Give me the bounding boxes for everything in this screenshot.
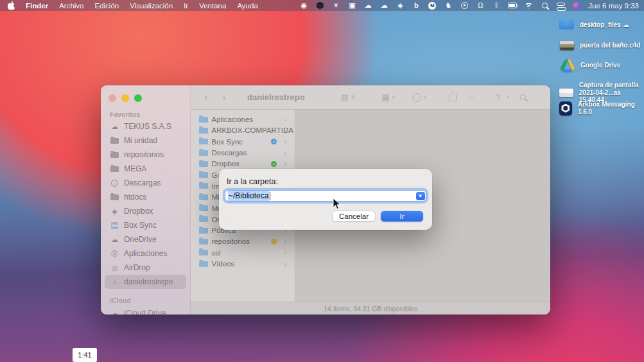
combo-dropdown-button[interactable]: ▼ [416,192,425,200]
search-icon[interactable] [540,1,549,10]
file-row[interactable]: Vídeos› [191,258,295,269]
help-button[interactable]: ?∨ [496,92,510,102]
menu-bar-status-area: ◉ ☀ ▣ ☁ ☁ ◈ b M ♞ Ω ᛒ Jue 6 may 9:33 [299,1,639,10]
control-center-icon[interactable] [556,1,565,10]
menu-item-edicion[interactable]: Edición [95,2,119,10]
bluetooth-icon[interactable]: ᛒ [492,1,501,10]
sidebar-item-box-sync[interactable]: boxBox Sync [105,218,186,232]
menu-bar-clock[interactable]: Jue 6 may 9:33 [588,2,639,10]
sidebar-item-airdrop[interactable]: ◎AirDrop [105,261,186,275]
sync-badge-icon [271,161,277,167]
text-caret [270,192,270,200]
sidebar-item-mi-unidad[interactable]: Mi unidad [105,134,186,148]
folder-icon [199,261,208,267]
sidebar-item-mega[interactable]: MEGA [105,162,186,176]
menu-bar: Finder Archivo Edición Visualización Ir … [0,0,644,11]
box-icon[interactable]: b [412,1,421,10]
forward-button[interactable]: › [218,91,231,104]
sidebar-section-icloud: iCloud [110,297,131,304]
folder-icon [199,172,208,178]
photos-app-icon[interactable]: ▣ [347,1,356,10]
assistant-icon[interactable] [572,1,581,10]
go-button[interactable]: Ir [381,211,423,221]
sidebar-item-onedrive[interactable]: ☁OneDrive [105,232,186,246]
sidebar-item-icloud-drive[interactable]: ☁iCloud Drive [105,306,186,315]
file-row[interactable]: Descargas› [191,147,295,158]
desktop-icon-google-drive[interactable]: Google Drive [561,59,620,72]
menu-item-ventana[interactable]: Ventana [199,2,226,10]
sidebar-item-danielrestrepo[interactable]: ⌂danielrestrepo [105,275,186,289]
status-bar: 14 ítems, 34,31 GB disponibles [191,302,550,315]
screenshot-thumbnail-icon [559,89,573,97]
menu-item-ayuda[interactable]: Ayuda [237,2,257,10]
more-actions-button[interactable]: ···∨ [412,93,427,102]
file-row[interactable]: repositorios› [191,236,295,247]
back-button[interactable]: ‹ [200,91,213,104]
chevron-right-icon: › [284,116,286,123]
file-row[interactable]: Aplicaciones› [191,114,295,125]
file-row[interactable]: ssl› [191,247,295,258]
onedrive-icon[interactable]: ☁ [379,1,388,10]
folder-icon [199,216,208,222]
apple-menu[interactable] [8,1,15,10]
desktop-icon-c4d-file[interactable]: puerta del baño.c4d [560,41,640,50]
desktop-icon-label: Arkbox Messaging 1.6.0 [578,101,644,116]
zoom-button[interactable] [134,94,142,102]
apple-logo-icon [8,1,15,10]
desktop-icon-desktop-files[interactable]: desktop_files ☁ [559,20,629,30]
display-settings-icon[interactable]: ☀ [331,1,340,10]
download-circle-icon: ↓ [110,180,119,187]
wifi-icon[interactable] [524,1,533,10]
chevron-right-icon: › [284,127,286,134]
video-time: 1:41 [78,351,91,359]
sidebar-item-tekus[interactable]: ☁TEKUS S.A.S [105,119,186,134]
headphones-icon[interactable]: Ω [476,1,485,10]
menu-item-ir[interactable]: Ir [184,2,188,10]
sidebar-item-htdocs[interactable]: htdocs [105,190,186,204]
menu-item-visualizacion[interactable]: Visualización [130,2,173,10]
folder-icon [199,183,208,189]
chevron-right-icon: › [284,138,286,145]
play-circle-icon[interactable] [460,1,469,10]
folder-path-input[interactable]: ~/Biblioteca ▼ [225,190,426,202]
dropbox-icon: ◈ [110,207,119,216]
search-button[interactable] [520,94,526,100]
sidebar-item-repositorios[interactable]: repositorios [105,148,186,162]
evernote-icon[interactable]: ♞ [444,1,453,10]
folder-icon [199,117,208,123]
sidebar-item-aplicaciones[interactable]: ⒶAplicaciones [105,246,186,261]
tag-button[interactable]: ♢ [468,92,476,102]
folder-icon [110,152,119,158]
menu-item-archivo[interactable]: Archivo [59,2,83,10]
battery-icon[interactable] [508,1,517,10]
circle-m-icon[interactable]: M [428,1,437,10]
chevron-down-icon: ▼ [418,193,423,199]
sidebar-section-favoritos: Favoritos [110,110,140,118]
sync-badge-icon [271,239,277,245]
question-icon: ? [496,92,500,102]
hexagon-app-icon[interactable] [315,1,324,10]
file-row[interactable]: ARKBOX-COMPARTIDA› [191,125,295,136]
dropbox-icon[interactable]: ◈ [396,1,405,10]
menu-item-finder[interactable]: Finder [26,2,48,10]
file-row[interactable]: Box Sync› [191,136,295,147]
cloud-icon: ☁ [110,123,119,131]
view-columns-button[interactable]: ▥⇅ [341,92,355,102]
file-row[interactable]: Dropbox› [191,159,295,169]
minimize-button[interactable] [121,94,129,102]
cancel-button[interactable]: Cancelar [333,211,375,221]
folder-icon [559,20,574,30]
window-title: danielrestrepo [247,92,305,102]
desktop-icon-arkbox[interactable]: Arkbox Messaging 1.6.0 [559,101,644,116]
desktop-icon-label: puerta del baño.c4d [580,42,640,49]
share-button[interactable] [449,93,457,101]
close-button[interactable] [109,94,116,102]
cloud-app-icon[interactable]: ☁ [363,1,372,10]
sidebar-item-dropbox[interactable]: ◈Dropbox [105,204,186,218]
group-by-button[interactable]: ▦∨ [382,92,396,102]
record-icon[interactable]: ◉ [299,1,308,10]
folder-icon [199,139,208,144]
chevron-right-icon: › [284,261,286,268]
folder-icon [199,228,208,234]
sidebar-item-descargas[interactable]: ↓Descargas [105,176,186,190]
